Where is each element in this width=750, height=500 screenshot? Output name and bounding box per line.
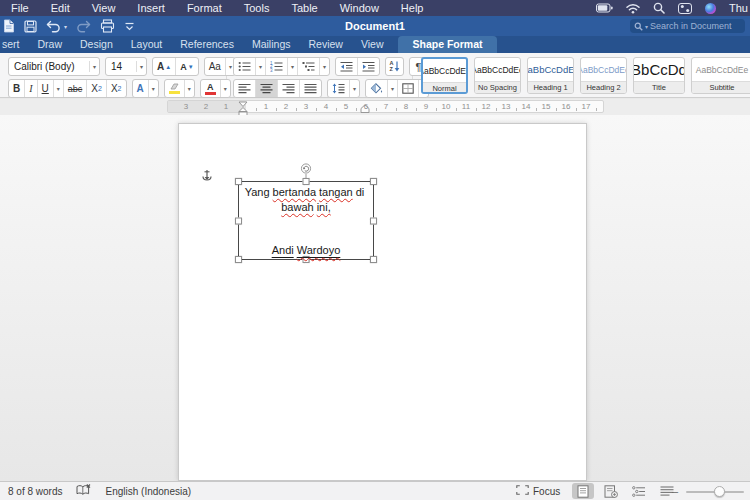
- style-title[interactable]: AaBbCcDdEe Title: [633, 57, 685, 94]
- focus-button[interactable]: Focus: [533, 486, 560, 497]
- highlight-caret-icon[interactable]: ▾: [185, 80, 194, 97]
- menu-view[interactable]: View: [81, 0, 127, 16]
- zoom-out-button[interactable]: –: [672, 485, 680, 497]
- align-right-button[interactable]: [278, 80, 300, 97]
- resize-handle-e[interactable]: [370, 217, 377, 224]
- tab-references[interactable]: References: [171, 36, 243, 53]
- menubar-clock[interactable]: Thu: [729, 2, 748, 14]
- word-count[interactable]: 8 of 8 words: [8, 486, 62, 497]
- resize-handle-sw[interactable]: [235, 256, 242, 263]
- highlighter-icon: [169, 83, 180, 90]
- ruler-number: 2: [284, 102, 288, 111]
- tab-draw[interactable]: Draw: [29, 36, 72, 53]
- font-family-combo[interactable]: Calibri (Body) ▾: [8, 57, 100, 76]
- style-label: Title: [634, 81, 684, 93]
- resize-handle-w[interactable]: [235, 217, 242, 224]
- bullets-caret-icon[interactable]: ▾: [256, 58, 266, 75]
- style-sample: AaBbCcDdEe: [475, 58, 520, 81]
- style-normal[interactable]: AaBbCcDdEe Normal: [421, 57, 468, 94]
- text-effects-button[interactable]: A: [133, 80, 149, 97]
- search-in-document[interactable]: ▾: [630, 19, 745, 33]
- style-subtitle[interactable]: AaBbCcDdEe Subtitle: [691, 57, 750, 94]
- language-indicator[interactable]: English (Indonesia): [105, 486, 191, 497]
- align-center-button[interactable]: [256, 80, 278, 97]
- tab-review[interactable]: Review: [299, 36, 351, 53]
- text-box-paragraph[interactable]: Yangbertandatangandi bawahini,: [239, 185, 373, 214]
- bullets-button[interactable]: [234, 58, 256, 75]
- menu-insert[interactable]: Insert: [126, 0, 176, 16]
- battery-icon[interactable]: [596, 3, 613, 14]
- grow-font-button[interactable]: A▲: [153, 58, 176, 75]
- resize-handle-se[interactable]: [370, 256, 377, 263]
- increase-indent-button[interactable]: [358, 58, 379, 75]
- sort-button[interactable]: AZ: [385, 57, 404, 76]
- numbering-caret-icon[interactable]: ▾: [288, 58, 298, 75]
- justify-button[interactable]: [300, 80, 321, 97]
- selected-text-box[interactable]: Yangbertandatangandi bawahini, AndiWardo…: [238, 181, 374, 260]
- borders-button[interactable]: [398, 80, 419, 97]
- zoom-slider-thumb[interactable]: [714, 486, 725, 497]
- numbering-button[interactable]: 123: [266, 58, 288, 75]
- tab-design[interactable]: Design: [71, 36, 122, 53]
- menu-format[interactable]: Format: [176, 0, 233, 16]
- font-color-button[interactable]: A: [201, 80, 221, 97]
- menu-table[interactable]: Table: [280, 0, 328, 16]
- word: di: [356, 186, 365, 198]
- align-left-button[interactable]: [234, 80, 256, 97]
- font-size-caret-icon[interactable]: ▾: [137, 63, 146, 70]
- style-no-spacing[interactable]: AaBbCcDdEe No Spacing: [474, 57, 521, 94]
- wifi-icon[interactable]: [626, 3, 640, 14]
- tab-shape-format[interactable]: Shape Format: [398, 36, 496, 53]
- tab-mailings[interactable]: Mailings: [243, 36, 300, 53]
- print-layout-view-button[interactable]: [572, 483, 594, 499]
- text-effects-caret-icon[interactable]: ▾: [149, 80, 158, 97]
- web-layout-view-button[interactable]: [600, 483, 622, 499]
- strikethrough-button[interactable]: abc: [64, 80, 88, 97]
- text-box-signature[interactable]: AndiWardoyo: [239, 244, 373, 256]
- superscript-button[interactable]: X2: [107, 80, 126, 97]
- rotation-handle-icon[interactable]: [301, 163, 312, 174]
- multilevel-caret-icon[interactable]: ▾: [320, 58, 329, 75]
- search-input[interactable]: [650, 21, 741, 31]
- underline-button[interactable]: U: [38, 80, 54, 97]
- tab-insert-partial[interactable]: sert: [0, 36, 29, 53]
- proofing-status-icon[interactable]: [76, 484, 91, 498]
- change-case-button[interactable]: Aa: [205, 58, 226, 75]
- tab-view[interactable]: View: [352, 36, 393, 53]
- italic-button[interactable]: I: [25, 80, 37, 97]
- shading-caret-icon[interactable]: ▾: [388, 80, 398, 97]
- menu-help[interactable]: Help: [390, 0, 435, 16]
- subscript-button[interactable]: X2: [87, 80, 107, 97]
- menu-window[interactable]: Window: [329, 0, 390, 16]
- siri-icon[interactable]: [705, 3, 716, 14]
- shading-button[interactable]: [366, 80, 388, 97]
- style-heading-1[interactable]: AaBbCcDdEe Heading 1: [527, 57, 574, 94]
- control-center-icon[interactable]: [678, 3, 692, 14]
- document-area[interactable]: Yangbertandatangandi bawahini, AndiWardo…: [0, 115, 750, 481]
- font-color-caret-icon[interactable]: ▾: [221, 80, 230, 97]
- highlight-button[interactable]: [165, 80, 185, 97]
- resize-handle-ne[interactable]: [370, 178, 377, 185]
- bold-button[interactable]: B: [9, 80, 25, 97]
- style-heading-2[interactable]: AaBbCcDdEe Heading 2: [580, 57, 627, 94]
- resize-handle-s[interactable]: [303, 256, 310, 263]
- underline-caret-icon[interactable]: ▾: [54, 80, 64, 97]
- outline-view-button[interactable]: [628, 483, 650, 499]
- line-spacing-button[interactable]: [328, 80, 350, 97]
- font-size-combo[interactable]: 14 ▾: [105, 57, 147, 76]
- search-scope-caret-icon[interactable]: ▾: [645, 23, 648, 30]
- resize-handle-n[interactable]: [303, 178, 310, 185]
- shrink-font-button[interactable]: A▼: [176, 58, 197, 75]
- menu-file[interactable]: File: [0, 0, 40, 16]
- menu-edit[interactable]: Edit: [40, 0, 81, 16]
- spotlight-icon[interactable]: [653, 2, 665, 14]
- line-spacing-caret-icon[interactable]: ▾: [350, 80, 359, 97]
- multilevel-list-button[interactable]: [298, 58, 320, 75]
- ruler-strip[interactable]: 3211234567891011121314151617: [167, 100, 604, 113]
- resize-handle-nw[interactable]: [235, 178, 242, 185]
- tab-layout[interactable]: Layout: [122, 36, 172, 53]
- menu-tools[interactable]: Tools: [233, 0, 281, 16]
- font-family-caret-icon[interactable]: ▾: [90, 63, 99, 70]
- decrease-indent-button[interactable]: [336, 58, 358, 75]
- page[interactable]: Yangbertandatangandi bawahini, AndiWardo…: [178, 123, 587, 481]
